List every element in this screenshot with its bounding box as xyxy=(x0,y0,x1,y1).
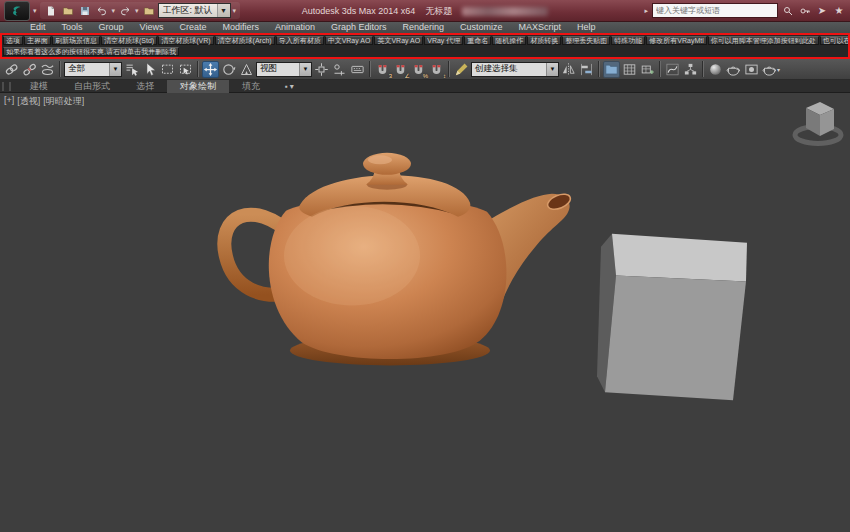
new-file-icon[interactable] xyxy=(43,3,59,18)
select-and-scale-icon[interactable] xyxy=(238,61,255,78)
ribbon-tab[interactable]: 对象绘制 xyxy=(167,80,229,93)
script-button[interactable]: 如果你看着这么多的按钮很不爽,请右键单击我并删除我 xyxy=(3,47,179,56)
rendered-frame-icon[interactable] xyxy=(743,61,760,78)
material-editor-icon[interactable] xyxy=(707,61,724,78)
menu-item[interactable]: MAXScript xyxy=(511,22,570,33)
undo-icon[interactable] xyxy=(94,3,110,18)
edit-named-selection-icon[interactable] xyxy=(453,61,470,78)
search-expand-arrow-icon[interactable]: ▸ xyxy=(643,7,649,15)
project-folder-icon[interactable] xyxy=(141,3,157,18)
angle-snap-icon[interactable]: ∠ xyxy=(392,61,409,78)
ribbon-tab[interactable]: 建模 xyxy=(17,80,61,93)
select-and-move-icon[interactable] xyxy=(202,61,219,78)
menu-item[interactable]: Edit xyxy=(22,22,54,33)
perspective-viewport[interactable]: [+] [透视] [明暗处理] xyxy=(0,93,850,532)
script-button[interactable]: 材质转换 xyxy=(527,36,561,45)
3dsmax-logo[interactable] xyxy=(4,1,30,21)
select-object-icon[interactable] xyxy=(141,61,158,78)
reference-coordinate-dropdown[interactable]: 视图 ▼ xyxy=(256,62,312,77)
graphite-tools-icon[interactable] xyxy=(639,61,656,78)
layer-manager-icon[interactable] xyxy=(603,61,620,78)
chevron-down-icon[interactable]: ▼ xyxy=(217,4,230,17)
use-pivot-center-icon[interactable] xyxy=(313,61,330,78)
ribbon-tab[interactable]: 自由形式 xyxy=(61,80,123,93)
ribbon-config[interactable]: ▪▾ xyxy=(285,82,294,91)
render-production-icon[interactable] xyxy=(761,61,778,78)
script-button[interactable]: 你可以用脚本管理添加按钮到此处 xyxy=(708,36,819,45)
redo-dropdown-icon[interactable]: ▾ xyxy=(134,7,140,15)
spinner-snap-icon[interactable]: ↕ xyxy=(428,61,445,78)
rectangular-selection-icon[interactable] xyxy=(159,61,176,78)
named-selection-dropdown[interactable]: 创建选择集 ▼ xyxy=(471,62,559,77)
select-and-rotate-icon[interactable] xyxy=(220,61,237,78)
teapot-object[interactable] xyxy=(224,153,572,366)
communication-center-icon[interactable]: ➤ xyxy=(815,4,829,18)
app-menu-arrow-icon[interactable]: ▾ xyxy=(32,7,38,15)
open-file-icon[interactable] xyxy=(60,3,76,18)
curve-editor-icon[interactable] xyxy=(664,61,681,78)
script-button[interactable]: 随机操作 xyxy=(492,36,526,45)
viewport-shading-menu[interactable]: [明暗处理] xyxy=(43,95,84,108)
script-button[interactable]: 主界面 xyxy=(24,36,51,45)
exchange-icon[interactable] xyxy=(798,4,812,18)
menu-item[interactable]: Create xyxy=(171,22,214,33)
script-button[interactable]: 重命名 xyxy=(464,36,491,45)
script-button[interactable]: 选项 xyxy=(3,36,23,45)
title-bar: ▾ ▾ ▾ 工作区: 默认 ▼ ▾ Autodesk 3ds Max 2014 … xyxy=(0,0,850,22)
search-input[interactable] xyxy=(652,3,778,18)
ribbon-drag-handle[interactable] xyxy=(2,82,11,91)
select-and-manipulate-icon[interactable] xyxy=(331,61,348,78)
ribbon-tab[interactable]: 选择 xyxy=(123,80,167,93)
undo-dropdown-icon[interactable]: ▾ xyxy=(111,7,117,15)
bind-to-space-warp-icon[interactable] xyxy=(39,61,56,78)
ribbon-toggle-icon[interactable] xyxy=(621,61,638,78)
redo-icon[interactable] xyxy=(117,3,133,18)
viewport-pov-menu[interactable]: [透视] xyxy=(17,95,40,108)
script-button[interactable]: 中文VRay AO xyxy=(325,36,374,45)
script-button[interactable]: 特殊功能 xyxy=(611,36,645,45)
script-button[interactable]: 英文VRay AO xyxy=(374,36,423,45)
menu-item[interactable]: Group xyxy=(91,22,132,33)
unlink-selection-icon[interactable] xyxy=(21,61,38,78)
menu-item[interactable]: Help xyxy=(569,22,604,33)
menu-item[interactable]: Animation xyxy=(267,22,323,33)
script-button[interactable]: 整理丢失贴图 xyxy=(562,36,610,45)
menu-item[interactable]: Rendering xyxy=(395,22,453,33)
menu-item[interactable]: Customize xyxy=(452,22,511,33)
select-and-link-icon[interactable] xyxy=(3,61,20,78)
script-button[interactable]: 清空材质球(Std) xyxy=(101,36,157,45)
snap-toggle-icon[interactable]: 3 xyxy=(374,61,391,78)
chevron-down-icon[interactable]: ▼ xyxy=(546,63,558,76)
workspace-selector[interactable]: 工作区: 默认 ▼ xyxy=(158,3,231,18)
keyboard-override-icon[interactable] xyxy=(349,61,366,78)
align-icon[interactable] xyxy=(578,61,595,78)
chevron-down-icon[interactable]: ▼ xyxy=(109,63,121,76)
box-object[interactable] xyxy=(597,234,747,401)
schematic-view-icon[interactable] xyxy=(682,61,699,78)
toolbar-options-arrow-icon[interactable]: ▾ xyxy=(232,7,238,15)
mirror-icon[interactable] xyxy=(560,61,577,78)
menu-item[interactable]: Modifiers xyxy=(214,22,267,33)
percent-snap-icon[interactable]: % xyxy=(410,61,427,78)
script-button[interactable]: 修改所有VRayMtl xyxy=(646,36,706,45)
script-button[interactable]: 清空材质球(VR) xyxy=(158,36,213,45)
selection-filter-dropdown[interactable]: 全部 ▼ xyxy=(64,62,122,77)
script-button[interactable]: 导入所有材质 xyxy=(276,36,324,45)
script-button[interactable]: 刷新场景信息 xyxy=(52,36,100,45)
chevron-down-icon[interactable]: ▼ xyxy=(299,63,311,76)
menu-item[interactable]: Tools xyxy=(54,22,91,33)
menu-item[interactable]: Graph Editors xyxy=(323,22,395,33)
viewport-general-menu[interactable]: [+] xyxy=(4,95,14,108)
select-by-name-icon[interactable] xyxy=(123,61,140,78)
search-icon[interactable] xyxy=(781,4,795,18)
favorites-icon[interactable]: ★ xyxy=(832,4,846,18)
save-file-icon[interactable] xyxy=(77,3,93,18)
view-cube[interactable] xyxy=(795,102,841,143)
menu-item[interactable]: Views xyxy=(132,22,172,33)
render-setup-icon[interactable] xyxy=(725,61,742,78)
ribbon-tab[interactable]: 填充 xyxy=(229,80,273,93)
window-crossing-icon[interactable] xyxy=(177,61,194,78)
script-button[interactable]: VRay 代理 xyxy=(424,36,463,45)
script-button[interactable]: 清空材质球(Arch) xyxy=(215,36,275,45)
script-button[interactable]: 也可以在选项里面直接添加脚本 xyxy=(820,36,848,45)
